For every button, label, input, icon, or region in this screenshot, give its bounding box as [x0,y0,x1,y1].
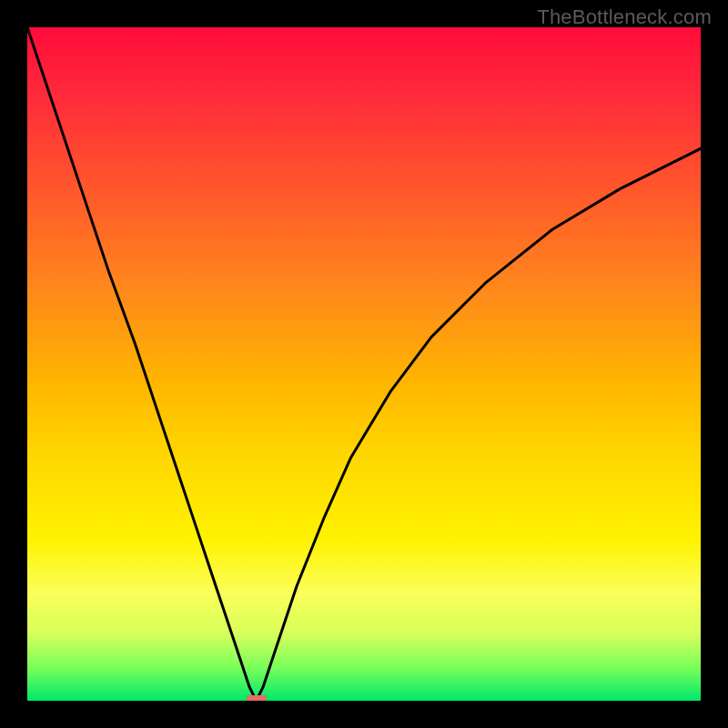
baseline-marker [247,695,267,701]
plot-area [27,27,701,701]
curve-svg [27,27,701,701]
curve-path [27,27,701,701]
watermark-text: TheBottleneck.com [537,5,712,29]
chart-frame: TheBottleneck.com [0,0,728,728]
